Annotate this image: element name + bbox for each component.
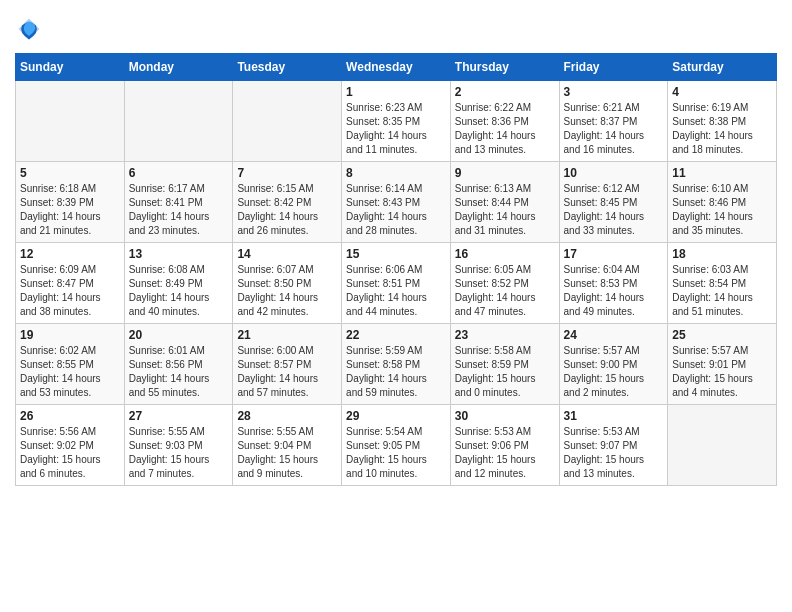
day-info: Sunrise: 6:22 AM Sunset: 8:36 PM Dayligh… xyxy=(455,101,555,157)
calendar-cell: 3Sunrise: 6:21 AM Sunset: 8:37 PM Daylig… xyxy=(559,81,668,162)
day-info: Sunrise: 6:07 AM Sunset: 8:50 PM Dayligh… xyxy=(237,263,337,319)
day-info: Sunrise: 6:14 AM Sunset: 8:43 PM Dayligh… xyxy=(346,182,446,238)
day-info: Sunrise: 5:57 AM Sunset: 9:00 PM Dayligh… xyxy=(564,344,664,400)
day-number: 3 xyxy=(564,85,664,99)
calendar-header: SundayMondayTuesdayWednesdayThursdayFrid… xyxy=(16,54,777,81)
day-number: 27 xyxy=(129,409,229,423)
calendar-cell: 14Sunrise: 6:07 AM Sunset: 8:50 PM Dayli… xyxy=(233,243,342,324)
calendar-cell: 13Sunrise: 6:08 AM Sunset: 8:49 PM Dayli… xyxy=(124,243,233,324)
page-header xyxy=(15,15,777,43)
calendar-week-row: 5Sunrise: 6:18 AM Sunset: 8:39 PM Daylig… xyxy=(16,162,777,243)
day-number: 6 xyxy=(129,166,229,180)
day-number: 15 xyxy=(346,247,446,261)
day-info: Sunrise: 5:58 AM Sunset: 8:59 PM Dayligh… xyxy=(455,344,555,400)
header-row: SundayMondayTuesdayWednesdayThursdayFrid… xyxy=(16,54,777,81)
calendar-week-row: 12Sunrise: 6:09 AM Sunset: 8:47 PM Dayli… xyxy=(16,243,777,324)
day-info: Sunrise: 6:00 AM Sunset: 8:57 PM Dayligh… xyxy=(237,344,337,400)
calendar-cell xyxy=(233,81,342,162)
calendar-week-row: 19Sunrise: 6:02 AM Sunset: 8:55 PM Dayli… xyxy=(16,324,777,405)
calendar-day-header: Saturday xyxy=(668,54,777,81)
calendar-cell: 8Sunrise: 6:14 AM Sunset: 8:43 PM Daylig… xyxy=(342,162,451,243)
day-number: 21 xyxy=(237,328,337,342)
day-info: Sunrise: 6:23 AM Sunset: 8:35 PM Dayligh… xyxy=(346,101,446,157)
day-info: Sunrise: 6:13 AM Sunset: 8:44 PM Dayligh… xyxy=(455,182,555,238)
day-info: Sunrise: 6:10 AM Sunset: 8:46 PM Dayligh… xyxy=(672,182,772,238)
logo-icon xyxy=(15,15,43,43)
calendar-cell: 2Sunrise: 6:22 AM Sunset: 8:36 PM Daylig… xyxy=(450,81,559,162)
day-number: 18 xyxy=(672,247,772,261)
day-info: Sunrise: 5:56 AM Sunset: 9:02 PM Dayligh… xyxy=(20,425,120,481)
day-number: 16 xyxy=(455,247,555,261)
day-info: Sunrise: 5:54 AM Sunset: 9:05 PM Dayligh… xyxy=(346,425,446,481)
day-number: 23 xyxy=(455,328,555,342)
calendar-cell: 6Sunrise: 6:17 AM Sunset: 8:41 PM Daylig… xyxy=(124,162,233,243)
calendar-cell: 15Sunrise: 6:06 AM Sunset: 8:51 PM Dayli… xyxy=(342,243,451,324)
day-number: 11 xyxy=(672,166,772,180)
day-number: 28 xyxy=(237,409,337,423)
day-number: 26 xyxy=(20,409,120,423)
day-info: Sunrise: 5:53 AM Sunset: 9:07 PM Dayligh… xyxy=(564,425,664,481)
day-number: 25 xyxy=(672,328,772,342)
calendar-cell: 10Sunrise: 6:12 AM Sunset: 8:45 PM Dayli… xyxy=(559,162,668,243)
calendar-cell: 9Sunrise: 6:13 AM Sunset: 8:44 PM Daylig… xyxy=(450,162,559,243)
day-info: Sunrise: 6:09 AM Sunset: 8:47 PM Dayligh… xyxy=(20,263,120,319)
day-info: Sunrise: 6:02 AM Sunset: 8:55 PM Dayligh… xyxy=(20,344,120,400)
day-number: 14 xyxy=(237,247,337,261)
day-number: 5 xyxy=(20,166,120,180)
calendar-cell xyxy=(668,405,777,486)
calendar-cell xyxy=(124,81,233,162)
day-number: 10 xyxy=(564,166,664,180)
day-number: 13 xyxy=(129,247,229,261)
calendar-cell: 21Sunrise: 6:00 AM Sunset: 8:57 PM Dayli… xyxy=(233,324,342,405)
calendar-cell: 5Sunrise: 6:18 AM Sunset: 8:39 PM Daylig… xyxy=(16,162,125,243)
day-number: 1 xyxy=(346,85,446,99)
day-info: Sunrise: 6:21 AM Sunset: 8:37 PM Dayligh… xyxy=(564,101,664,157)
calendar-cell: 30Sunrise: 5:53 AM Sunset: 9:06 PM Dayli… xyxy=(450,405,559,486)
day-info: Sunrise: 6:15 AM Sunset: 8:42 PM Dayligh… xyxy=(237,182,337,238)
day-info: Sunrise: 6:03 AM Sunset: 8:54 PM Dayligh… xyxy=(672,263,772,319)
calendar-cell: 4Sunrise: 6:19 AM Sunset: 8:38 PM Daylig… xyxy=(668,81,777,162)
day-number: 30 xyxy=(455,409,555,423)
calendar-day-header: Friday xyxy=(559,54,668,81)
day-info: Sunrise: 5:55 AM Sunset: 9:04 PM Dayligh… xyxy=(237,425,337,481)
calendar-day-header: Tuesday xyxy=(233,54,342,81)
calendar-cell: 1Sunrise: 6:23 AM Sunset: 8:35 PM Daylig… xyxy=(342,81,451,162)
day-info: Sunrise: 5:57 AM Sunset: 9:01 PM Dayligh… xyxy=(672,344,772,400)
day-number: 7 xyxy=(237,166,337,180)
day-number: 19 xyxy=(20,328,120,342)
calendar-cell: 25Sunrise: 5:57 AM Sunset: 9:01 PM Dayli… xyxy=(668,324,777,405)
day-number: 12 xyxy=(20,247,120,261)
calendar-table: SundayMondayTuesdayWednesdayThursdayFrid… xyxy=(15,53,777,486)
day-number: 22 xyxy=(346,328,446,342)
calendar-cell: 24Sunrise: 5:57 AM Sunset: 9:00 PM Dayli… xyxy=(559,324,668,405)
day-info: Sunrise: 5:55 AM Sunset: 9:03 PM Dayligh… xyxy=(129,425,229,481)
calendar-day-header: Thursday xyxy=(450,54,559,81)
calendar-week-row: 26Sunrise: 5:56 AM Sunset: 9:02 PM Dayli… xyxy=(16,405,777,486)
day-number: 17 xyxy=(564,247,664,261)
calendar-cell: 26Sunrise: 5:56 AM Sunset: 9:02 PM Dayli… xyxy=(16,405,125,486)
calendar-cell: 31Sunrise: 5:53 AM Sunset: 9:07 PM Dayli… xyxy=(559,405,668,486)
day-info: Sunrise: 6:18 AM Sunset: 8:39 PM Dayligh… xyxy=(20,182,120,238)
calendar-cell: 20Sunrise: 6:01 AM Sunset: 8:56 PM Dayli… xyxy=(124,324,233,405)
calendar-cell xyxy=(16,81,125,162)
day-number: 20 xyxy=(129,328,229,342)
day-info: Sunrise: 6:17 AM Sunset: 8:41 PM Dayligh… xyxy=(129,182,229,238)
day-number: 24 xyxy=(564,328,664,342)
calendar-cell: 22Sunrise: 5:59 AM Sunset: 8:58 PM Dayli… xyxy=(342,324,451,405)
calendar-cell: 7Sunrise: 6:15 AM Sunset: 8:42 PM Daylig… xyxy=(233,162,342,243)
logo xyxy=(15,15,47,43)
day-number: 29 xyxy=(346,409,446,423)
calendar-cell: 16Sunrise: 6:05 AM Sunset: 8:52 PM Dayli… xyxy=(450,243,559,324)
calendar-week-row: 1Sunrise: 6:23 AM Sunset: 8:35 PM Daylig… xyxy=(16,81,777,162)
day-info: Sunrise: 6:19 AM Sunset: 8:38 PM Dayligh… xyxy=(672,101,772,157)
calendar-cell: 17Sunrise: 6:04 AM Sunset: 8:53 PM Dayli… xyxy=(559,243,668,324)
day-info: Sunrise: 6:05 AM Sunset: 8:52 PM Dayligh… xyxy=(455,263,555,319)
calendar-day-header: Monday xyxy=(124,54,233,81)
day-info: Sunrise: 5:59 AM Sunset: 8:58 PM Dayligh… xyxy=(346,344,446,400)
calendar-cell: 29Sunrise: 5:54 AM Sunset: 9:05 PM Dayli… xyxy=(342,405,451,486)
day-number: 2 xyxy=(455,85,555,99)
calendar-cell: 19Sunrise: 6:02 AM Sunset: 8:55 PM Dayli… xyxy=(16,324,125,405)
calendar-cell: 12Sunrise: 6:09 AM Sunset: 8:47 PM Dayli… xyxy=(16,243,125,324)
day-number: 9 xyxy=(455,166,555,180)
day-info: Sunrise: 6:04 AM Sunset: 8:53 PM Dayligh… xyxy=(564,263,664,319)
